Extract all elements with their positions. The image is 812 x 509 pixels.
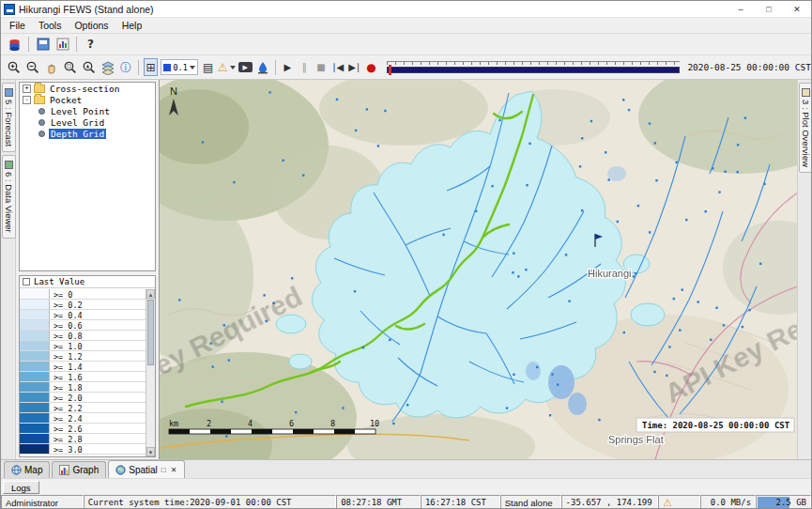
help-icon: ?	[87, 39, 94, 50]
legend-row: >= 0.4	[20, 310, 146, 320]
tab-data-viewer[interactable]: 6 : Data Viewer	[2, 155, 16, 239]
zoom-select-button[interactable]	[81, 58, 98, 76]
legend-color-swatch	[20, 331, 50, 340]
maximize-button[interactable]: □	[755, 1, 783, 17]
minimize-button[interactable]: –	[727, 1, 755, 17]
tab-plot-overview[interactable]: 3 : Plot Overview	[799, 83, 812, 173]
database-button[interactable]	[6, 36, 23, 54]
play-button[interactable]: ▶	[280, 58, 295, 76]
menu-options[interactable]: Options	[68, 19, 115, 32]
timeline-slider[interactable]	[387, 60, 680, 75]
legend-label: >= 2.0	[50, 393, 83, 402]
grid-class-selector[interactable]: 0.1	[161, 59, 197, 75]
explorer-button[interactable]	[34, 36, 52, 54]
logs-row: Logs	[1, 478, 811, 495]
data-viewer-panel: + Cross-section - Pocket Level Point Lev…	[16, 80, 159, 459]
warning-triangle-icon: ⚠	[663, 498, 672, 508]
collapse-icon[interactable]: -	[23, 96, 31, 104]
legend-label: >= 0.4	[50, 310, 83, 319]
timeline-range-bar[interactable]	[387, 67, 680, 73]
scroll-thumb[interactable]	[147, 300, 154, 365]
save-snapshot-button[interactable]	[255, 58, 270, 76]
tree-item-pocket[interactable]: - Pocket	[20, 94, 155, 105]
toolbar-separator	[275, 60, 276, 75]
tab-forecast[interactable]: 5 : Forecast	[2, 83, 16, 152]
application-window: Hikurangi FEWS (Stand alone) – □ ✕ File …	[0, 0, 812, 509]
scale-tick: 2	[207, 419, 211, 428]
step-forward-icon: ▶∣	[348, 63, 360, 72]
close-button[interactable]: ✕	[783, 1, 811, 17]
tab-spatial[interactable]: Spatial □ ✕	[108, 460, 185, 478]
main-area: 5 : Forecast 6 : Data Viewer + Cross-sec…	[1, 80, 811, 459]
step-back-button[interactable]: ∣◀	[330, 58, 345, 76]
step-forward-button[interactable]: ▶∣	[347, 58, 362, 76]
info-button[interactable]: ⓘ	[118, 58, 133, 76]
status-warnings[interactable]: ⚠	[658, 495, 700, 509]
tree-item-depth-grid[interactable]: Depth Grid	[20, 128, 155, 139]
pane-close-button[interactable]: ✕	[170, 466, 178, 474]
reports-button[interactable]	[54, 36, 71, 54]
legend-color-swatch	[20, 434, 50, 443]
tree-item-label: Pocket	[48, 95, 84, 105]
zoom-out-button[interactable]	[24, 58, 41, 76]
grid-display-button[interactable]: ⊞	[144, 58, 159, 76]
layer-node-icon	[38, 108, 45, 115]
dropdown-caret-icon	[190, 66, 195, 69]
pane-restore-button[interactable]: □	[161, 466, 167, 474]
timeline-cursor[interactable]	[389, 65, 391, 75]
legend-scrollbar[interactable]: ▲ ▼	[146, 289, 155, 456]
tree-item-label: Level Point	[49, 106, 112, 116]
help-button[interactable]: ?	[82, 36, 100, 54]
stop-button[interactable]: ■	[314, 58, 329, 76]
pan-button[interactable]	[43, 58, 60, 76]
legend-color-swatch	[20, 289, 50, 299]
menu-help[interactable]: Help	[115, 19, 149, 32]
expand-icon[interactable]: +	[23, 85, 31, 93]
document-icon: ▤	[203, 62, 213, 73]
right-dock-strip: 3 : Plot Overview	[797, 80, 812, 459]
tree-item-cross-section[interactable]: + Cross-section	[20, 83, 155, 94]
map-toolbar: ⓘ ⊞ 0.1 ▤ ⚠ ▶ ▶ ‖ ■ ∣◀	[1, 55, 811, 80]
tree-item-level-grid[interactable]: Level Grid	[20, 116, 155, 128]
report-document-button[interactable]: ▤	[201, 58, 216, 76]
menu-tools[interactable]: Tools	[32, 19, 69, 32]
tab-map[interactable]: Map	[4, 461, 50, 478]
legend-color-swatch	[20, 403, 50, 412]
layers-button[interactable]	[100, 58, 116, 76]
tab-graph[interactable]: Graph	[52, 461, 106, 478]
tree-item-level-point[interactable]: Level Point	[20, 105, 155, 116]
zoom-in-button[interactable]	[6, 58, 23, 76]
scale-tick: 10	[370, 419, 379, 428]
legend-label: >= 0.8	[50, 331, 83, 340]
pause-button[interactable]: ‖	[297, 58, 312, 76]
record-button[interactable]: ●	[363, 58, 378, 76]
animation-export-button[interactable]: ▶	[237, 58, 253, 76]
grid-class-value: 0.1	[173, 63, 187, 72]
record-icon: ●	[366, 62, 375, 73]
tab-forecast-label: 5 : Forecast	[4, 100, 14, 147]
logs-button[interactable]: Logs	[3, 481, 39, 494]
legend-row: >= 2.0	[20, 393, 146, 403]
map-viewport[interactable]: N API Key Required API Key Required Hiku…	[159, 80, 797, 459]
status-memory-gauge: 2.5 GB	[756, 495, 811, 509]
tree-item-label: Cross-section	[48, 84, 121, 94]
legend-row: >= 0.8	[20, 331, 146, 341]
info-icon: ⓘ	[120, 62, 131, 73]
toolbar-separator	[138, 60, 139, 75]
menu-file[interactable]: File	[3, 19, 32, 32]
hand-pan-icon	[44, 60, 59, 75]
layer-node-icon	[38, 119, 45, 126]
north-label: N	[170, 85, 177, 97]
scroll-up-icon[interactable]: ▲	[146, 289, 155, 299]
title-bar[interactable]: Hikurangi FEWS (Stand alone) – □ ✕	[1, 1, 811, 18]
thresholds-button[interactable]: ⚠	[218, 58, 236, 76]
reports-icon	[56, 38, 69, 51]
scroll-down-icon[interactable]: ▼	[146, 447, 155, 456]
last-value-checkbox[interactable]	[23, 278, 30, 285]
label-springs-flat: Springs Flat	[608, 434, 664, 445]
legend-row: >= 1.8	[20, 382, 146, 393]
legend-label: >= 1.8	[50, 382, 83, 392]
left-dock-strip: 5 : Forecast 6 : Data Viewer	[1, 80, 16, 459]
zoom-box-button[interactable]	[62, 58, 79, 76]
zoom-select-icon	[82, 60, 97, 75]
